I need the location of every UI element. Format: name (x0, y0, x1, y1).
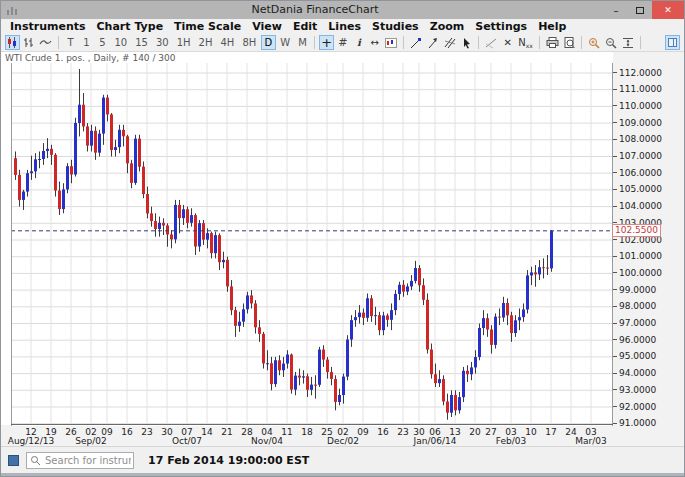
candle-up (30, 171, 33, 173)
line-chart-button[interactable] (37, 35, 54, 50)
candle-up (414, 268, 417, 281)
candle-up (198, 223, 201, 246)
candle-up (374, 315, 377, 316)
grid-toggle-button[interactable]: # (335, 35, 350, 50)
menu-item-view[interactable]: View (252, 20, 282, 33)
timeframe-5m[interactable]: 5 (95, 35, 110, 50)
candle-down (262, 334, 265, 364)
timeframe-weekly[interactable]: W (277, 35, 294, 50)
zoom-in-button[interactable] (586, 35, 602, 50)
toolbar: T 1 5 10 15 30 1H 2H 4H 8H D W M + # i ↔ (1, 34, 684, 52)
candle-down (126, 136, 129, 163)
timeframe-4h[interactable]: 4H (217, 35, 238, 50)
candle-up (282, 364, 285, 371)
line-chart-icon (39, 38, 52, 47)
remove-line-button[interactable] (483, 35, 499, 50)
parallel-lines-tool-button[interactable] (442, 35, 458, 50)
menu-item-zoom[interactable]: Zoom (430, 20, 465, 33)
candle-down (386, 315, 389, 319)
timeframe-1h[interactable]: 1H (173, 35, 194, 50)
side-panel-toggle-button[interactable] (665, 35, 680, 50)
info-button[interactable]: i (351, 35, 366, 50)
candle-up (538, 267, 541, 274)
candle-up (286, 355, 289, 364)
candle-up (158, 223, 161, 229)
candle-up (74, 123, 77, 175)
candle-down (178, 205, 181, 218)
candle-down (162, 223, 165, 226)
candle-up (66, 166, 69, 189)
y-axis-label: 98.0000 (613, 301, 656, 311)
pointer-tool-button[interactable] (459, 35, 474, 50)
x-axis-label: 16 (377, 427, 388, 437)
toolbar-separator (581, 36, 582, 49)
instrument-list-icon[interactable] (8, 455, 19, 466)
candle-up (302, 376, 305, 377)
print-preview-button[interactable] (562, 35, 577, 50)
candle-up (522, 309, 525, 317)
candle-down (210, 233, 213, 253)
candle-up (90, 131, 93, 146)
candle-down (230, 286, 233, 310)
zoom-out-icon (605, 37, 617, 49)
menu-item-help[interactable]: Help (538, 20, 566, 33)
delete-all-lines-button[interactable]: ✕ (500, 35, 515, 50)
candle-down (486, 318, 489, 329)
chart-snapshot-button[interactable] (383, 35, 399, 50)
candle-down (170, 234, 173, 239)
crosshair-button[interactable]: + (319, 35, 334, 50)
trendline-tool-button[interactable] (408, 35, 424, 50)
menu-item-time-scale[interactable]: Time Scale (174, 20, 241, 33)
candle-up (102, 98, 105, 134)
candle-down (166, 225, 169, 234)
menu-item-lines[interactable]: Lines (328, 20, 361, 33)
ohlc-bars-button[interactable] (21, 35, 36, 50)
candle-up (470, 367, 473, 374)
maximize-button[interactable] (628, 1, 652, 19)
timeframe-30m[interactable]: 30 (152, 35, 172, 50)
search-input[interactable] (26, 452, 134, 469)
timeframe-monthly[interactable]: M (295, 35, 311, 50)
y-axis-label: 110.0000 (613, 101, 662, 111)
close-button[interactable]: ✕ (652, 1, 684, 19)
menu-item-edit[interactable]: Edit (293, 20, 317, 33)
candle-up (274, 360, 277, 384)
candle-down (50, 149, 53, 155)
menu-item-settings[interactable]: Settings (475, 20, 527, 33)
timeframe-2h[interactable]: 2H (195, 35, 216, 50)
expand-horizontal-button[interactable]: ↔ (367, 35, 382, 50)
candle-up (382, 315, 385, 330)
timeframe-8h[interactable]: 8H (239, 35, 260, 50)
zoom-out-button[interactable] (603, 35, 619, 50)
side-panel-icon (668, 38, 677, 47)
candle-up (458, 397, 461, 410)
candle-down (454, 395, 457, 410)
candle-down (94, 131, 97, 153)
candle-down (426, 300, 429, 350)
candlestick-chart-button[interactable] (5, 35, 20, 50)
candle-down (290, 355, 293, 390)
text-annotation-button[interactable]: Nxx (516, 35, 535, 50)
candle-up (242, 309, 245, 321)
candle-up (222, 260, 225, 262)
print-button[interactable] (544, 35, 561, 50)
price-chart-plot[interactable] (11, 63, 613, 426)
timeframe-tick[interactable]: T (63, 35, 78, 50)
last-price-tag: 102.5500 (612, 224, 661, 237)
timeframe-10m[interactable]: 10 (111, 35, 131, 50)
info-icon: i (357, 37, 361, 48)
timeframe-daily[interactable]: D (261, 35, 276, 50)
trend-arrow-tool-button[interactable] (425, 35, 441, 50)
timeframe-1m[interactable]: 1 (79, 35, 94, 50)
fit-vertical-button[interactable] (620, 35, 636, 50)
candle-down (250, 295, 253, 303)
minimize-button[interactable]: – (604, 1, 628, 19)
menu-item-chart-type[interactable]: Chart Type (97, 20, 164, 33)
candle-up (38, 159, 41, 160)
timeframe-15m[interactable]: 15 (132, 35, 152, 50)
expand-horizontal-icon: ↔ (371, 37, 379, 48)
candle-down (402, 285, 405, 292)
candle-down (442, 379, 445, 401)
menu-item-instruments[interactable]: Instruments (10, 20, 86, 33)
menu-item-studies[interactable]: Studies (372, 20, 419, 33)
